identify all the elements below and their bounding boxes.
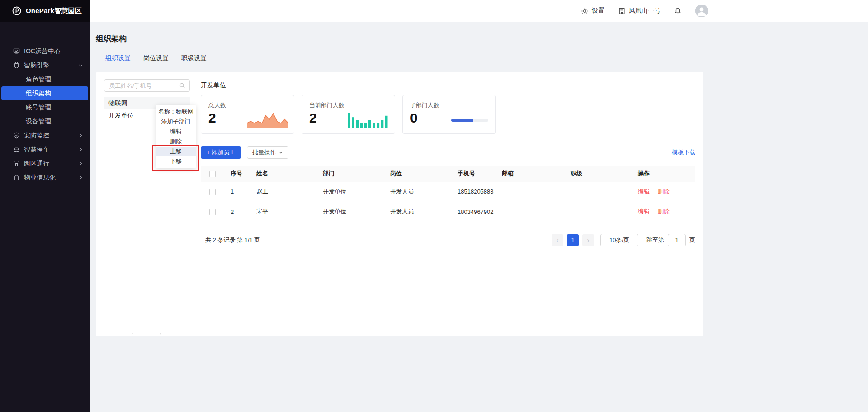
cell-no: 2 <box>227 202 253 222</box>
stats-row: 总人数 2 当前部门人数 2 子部门人数 0 <box>201 95 695 134</box>
sidebar-item-property-informatization[interactable]: 物业信息化 <box>0 170 90 185</box>
logo-text: OnePark智慧园区 <box>26 7 82 15</box>
pagination-controls: ‹ 1 › 10条/页 跳至第 页 <box>548 234 695 246</box>
sidebar-item-label: 账号管理 <box>26 104 51 112</box>
row-checkbox[interactable] <box>209 189 216 195</box>
cell-email <box>498 182 567 202</box>
car-icon <box>13 146 20 153</box>
sidebar-item-park-access[interactable]: 园区通行 <box>0 156 90 170</box>
onepark-logo-icon <box>12 6 22 16</box>
progress-fill <box>451 119 473 122</box>
cell-email <box>498 202 567 222</box>
column-header-email: 邮箱 <box>498 166 567 182</box>
tab-rank-settings[interactable]: 职级设置 <box>181 54 207 66</box>
search-input[interactable] <box>109 82 176 89</box>
user-avatar[interactable] <box>695 5 708 17</box>
bell-icon <box>674 7 682 15</box>
column-header-dept: 部门 <box>319 166 387 182</box>
sidebar-item-device-management[interactable]: 设备管理 <box>0 114 90 128</box>
cell-rank <box>567 202 634 222</box>
department-name: 开发单位 <box>201 81 695 90</box>
table-row: 2 宋平 开发单位 开发人员 18034967902 编辑 删除 <box>201 202 695 222</box>
chevron-right-icon <box>78 147 83 152</box>
partial-bottom-button[interactable] <box>132 333 161 336</box>
sidebar-item-smart-parking[interactable]: 智慧停车 <box>0 142 90 156</box>
menu-item-move-down[interactable]: 下移 <box>156 156 196 166</box>
sidebar-item-security-monitoring[interactable]: 安防监控 <box>0 128 90 142</box>
cell-post: 开发人员 <box>387 202 454 222</box>
page-size-select[interactable]: 10条/页 <box>600 234 638 246</box>
column-header-no: 序号 <box>227 166 253 182</box>
template-download-link[interactable]: 模板下载 <box>672 148 695 156</box>
settings-label: 设置 <box>592 7 604 15</box>
monitor-chart-icon <box>13 48 20 55</box>
pagination: 共 2 条记录 第 1/1 页 ‹ 1 › 10条/页 跳至第 页 <box>201 234 695 246</box>
batch-actions-label: 批量操作 <box>252 148 276 156</box>
sidebar-item-label: 组织架构 <box>26 90 51 98</box>
progress-marker <box>476 118 476 123</box>
add-employee-button[interactable]: + 添加员工 <box>201 146 241 159</box>
tab-bar: 组织设置 岗位设置 职级设置 <box>105 54 868 66</box>
tab-post-settings[interactable]: 岗位设置 <box>143 54 169 66</box>
cell-rank <box>567 182 634 202</box>
column-header-actions: 操作 <box>634 166 695 182</box>
park-name: 凤凰山一号 <box>629 7 660 15</box>
select-all-checkbox[interactable] <box>209 171 216 177</box>
column-header-post: 岗位 <box>387 166 454 182</box>
main-content: 组织架构 组织设置 岗位设置 职级设置 物联网 开发单位 开发单位 <box>90 22 868 412</box>
settings-button[interactable]: 设置 <box>581 7 604 15</box>
search-icon[interactable] <box>179 82 185 89</box>
park-selector[interactable]: 凤凰山一号 <box>618 7 660 15</box>
prev-page-button[interactable]: ‹ <box>552 234 563 246</box>
sidebar-item-label: 园区通行 <box>24 160 49 168</box>
gate-icon <box>13 160 20 167</box>
sidebar-item-label: 智慧停车 <box>24 146 49 154</box>
cell-phone: 18034967902 <box>454 202 498 222</box>
sidebar-item-account-management[interactable]: 账号管理 <box>0 100 90 114</box>
chip-icon <box>13 62 20 69</box>
sidebar-item-ioc-center[interactable]: IOC运营中心 <box>0 44 90 58</box>
person-icon <box>695 5 708 17</box>
sidebar-item-label: 设备管理 <box>26 118 51 126</box>
current-page-button[interactable]: 1 <box>567 234 579 246</box>
menu-item-add-sub-dept[interactable]: 添加子部门 <box>156 117 196 127</box>
tab-org-settings[interactable]: 组织设置 <box>105 54 131 66</box>
table-toolbar: + 添加员工 批量操作 模板下载 <box>201 146 695 159</box>
jump-page-input[interactable] <box>668 234 686 246</box>
progress-bar <box>451 119 488 122</box>
menu-item-move-up[interactable]: 上移 <box>156 147 196 156</box>
batch-actions-button[interactable]: 批量操作 <box>247 146 288 159</box>
sidebar-item-label: 角色管理 <box>26 76 51 84</box>
stat-card-total-people: 总人数 2 <box>201 95 294 134</box>
sidebar-item-label: IOC运营中心 <box>24 47 61 56</box>
sidebar-item-role-management[interactable]: 角色管理 <box>0 72 90 86</box>
edit-link[interactable]: 编辑 <box>638 208 650 215</box>
next-page-button[interactable]: › <box>582 234 594 246</box>
notifications-button[interactable] <box>674 7 682 15</box>
chevron-down-icon <box>278 150 283 155</box>
cell-dept: 开发单位 <box>319 202 387 222</box>
chevron-right-icon <box>78 161 83 166</box>
department-panel: 开发单位 总人数 2 当前部门人数 2 子部门人数 0 <box>201 79 695 246</box>
sidebar-item-smart-brain[interactable]: 智脑引擎 <box>0 58 90 72</box>
column-header-phone: 手机号 <box>454 166 498 182</box>
row-checkbox[interactable] <box>209 209 216 215</box>
sidebar-item-label: 智脑引擎 <box>24 62 49 70</box>
sidebar-item-org-structure[interactable]: 组织架构 <box>1 86 88 100</box>
delete-link[interactable]: 删除 <box>658 208 670 215</box>
menu-item-delete[interactable]: 删除 <box>156 137 196 147</box>
employee-table: 序号 姓名 部门 岗位 手机号 邮箱 职级 操作 1 赵工 <box>201 166 695 222</box>
sidebar: IOC运营中心 智脑引擎 角色管理 组织架构 账号管理 设备管理 安防监控 智慧… <box>0 22 90 412</box>
stat-card-current-dept: 当前部门人数 2 <box>302 95 395 134</box>
delete-link[interactable]: 删除 <box>658 188 670 195</box>
edit-link[interactable]: 编辑 <box>638 188 650 195</box>
menu-item-edit[interactable]: 编辑 <box>156 127 196 137</box>
topbar: OnePark智慧园区 设置 凤凰山一号 <box>0 0 868 22</box>
cell-name: 宋平 <box>253 202 319 222</box>
context-menu-title: 名称：物联网 <box>156 107 196 117</box>
jump-prefix-label: 跳至第 <box>646 236 664 244</box>
logo: OnePark智慧园区 <box>0 0 90 22</box>
page-jump: 跳至第 页 <box>646 234 695 246</box>
cell-name: 赵工 <box>253 182 319 202</box>
shield-icon <box>13 132 20 139</box>
